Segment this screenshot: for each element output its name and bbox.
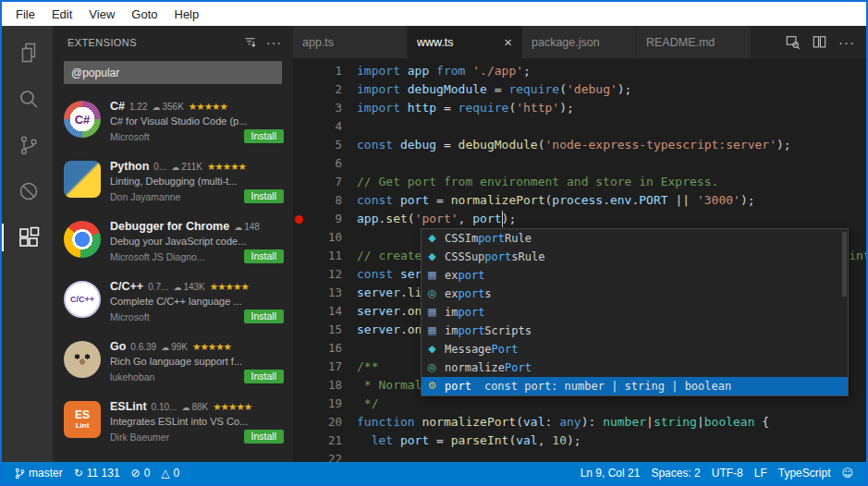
- line-number[interactable]: 5: [305, 136, 342, 154]
- line-number[interactable]: 13: [305, 284, 342, 302]
- install-button[interactable]: Install: [244, 129, 284, 143]
- menu-help[interactable]: Help: [166, 6, 208, 23]
- sidebar-header-actions: ···: [243, 35, 282, 50]
- extensions-search-input[interactable]: [64, 61, 282, 84]
- line-number[interactable]: 17: [305, 358, 342, 376]
- code-text: const port = normalizePort(process.env.P…: [357, 191, 755, 210]
- menu-goto[interactable]: Goto: [123, 6, 165, 23]
- install-button[interactable]: Install: [244, 310, 284, 323]
- status-eol[interactable]: LF: [749, 462, 773, 484]
- suggestion-export[interactable]: ▦export: [422, 266, 848, 285]
- line-number[interactable]: 14: [305, 302, 342, 321]
- line-number[interactable]: 10: [305, 228, 342, 247]
- preview-icon[interactable]: [785, 34, 801, 50]
- code-editor[interactable]: 1import app from './app';2import debugMo…: [293, 58, 866, 462]
- status-git-branch[interactable]: master: [9, 462, 68, 484]
- extension-python[interactable]: Python0...☁211K★★★★★Linting, Debugging (…: [53, 153, 293, 213]
- status-encoding[interactable]: UTF-8: [706, 462, 749, 484]
- suggestion-messageport[interactable]: ◆MessagePort: [422, 340, 848, 358]
- gutter-margin: [293, 117, 305, 136]
- status-sync[interactable]: ↻11 131: [68, 462, 126, 484]
- status-language-mode[interactable]: TypeScript: [773, 462, 837, 484]
- suggestion-port[interactable]: ⚙portconst port: number | string | boole…: [422, 377, 848, 395]
- line-number[interactable]: 4: [305, 117, 342, 136]
- line-number[interactable]: 2: [305, 80, 342, 99]
- explorer-icon[interactable]: [2, 39, 53, 67]
- star-rating: ★★★★★: [207, 161, 246, 172]
- status-cursor-position[interactable]: Ln 9, Col 21: [575, 462, 646, 484]
- extension-c[interactable]: C#C#1.22☁356K★★★★★C# for Visual Studio C…: [53, 93, 293, 153]
- code-text: let port = parseInt(val, 10);: [357, 431, 581, 450]
- extension-go[interactable]: Go0.6.39☁99K★★★★★Rich Go language suppor…: [53, 334, 293, 394]
- tab-app-ts[interactable]: app.ts: [293, 26, 408, 58]
- debug-icon[interactable]: [2, 177, 53, 205]
- tab-readme-md[interactable]: README.md: [637, 26, 752, 58]
- gutter-margin: [293, 247, 305, 265]
- menu-file[interactable]: File: [7, 6, 43, 23]
- more-actions-icon[interactable]: ···: [266, 35, 282, 50]
- menu-view[interactable]: View: [80, 6, 123, 23]
- line-number[interactable]: 16: [305, 339, 342, 358]
- install-button[interactable]: Install: [244, 249, 284, 263]
- suggestion-normalizeport[interactable]: ◎normalizePort: [422, 358, 848, 377]
- line-number[interactable]: 22: [305, 450, 342, 462]
- source-control-icon[interactable]: [2, 131, 53, 159]
- menu-edit[interactable]: Edit: [43, 6, 80, 23]
- chrome-logo-icon: [64, 221, 101, 258]
- download-cloud-icon: ☁: [152, 103, 160, 112]
- extension-description: Debug your JavaScript code...: [110, 236, 284, 247]
- line-number[interactable]: 18: [305, 376, 342, 395]
- line-number[interactable]: 1: [305, 62, 342, 80]
- line-number[interactable]: 20: [305, 413, 342, 431]
- line-number[interactable]: 21: [305, 431, 342, 450]
- tab-www-ts[interactable]: www.ts×: [408, 26, 522, 58]
- class-icon: ◆: [425, 248, 439, 266]
- line-number[interactable]: 8: [305, 191, 342, 210]
- status-warnings[interactable]: △0: [155, 462, 185, 484]
- status-label: UTF-8: [712, 467, 743, 480]
- more-actions-icon[interactable]: ···: [838, 34, 855, 50]
- suggestion-importscripts[interactable]: ▦importScripts: [422, 322, 848, 340]
- text-cursor: [502, 211, 504, 227]
- filter-icon[interactable]: [243, 35, 257, 49]
- extension-publisher: Microsoft: [110, 131, 244, 142]
- suggestion-exports[interactable]: ◎exports: [422, 285, 848, 303]
- code-line: 5const debug = debugModule('node-express…: [293, 136, 866, 154]
- line-number[interactable]: 15: [305, 321, 342, 339]
- line-number[interactable]: 9: [305, 210, 342, 228]
- extension-c-c[interactable]: C/C++C/C++0.7...☁143K★★★★★Complete C/C++…: [53, 273, 293, 334]
- line-number[interactable]: 6: [305, 154, 342, 173]
- status-indentation[interactable]: Spaces: 2: [645, 462, 705, 484]
- tab-package-json[interactable]: package.json: [522, 26, 637, 58]
- status-errors[interactable]: ⊘0: [126, 462, 156, 484]
- breakpoint-dot[interactable]: [293, 210, 305, 228]
- install-button[interactable]: Install: [244, 370, 284, 383]
- tab-label: www.ts: [417, 36, 500, 49]
- suggestion-cssimportrule[interactable]: ◆CSSImportRule: [422, 229, 848, 248]
- status-feedback[interactable]: ☺: [836, 462, 859, 484]
- line-number[interactable]: 11: [305, 247, 342, 265]
- close-tab-icon[interactable]: ×: [504, 34, 512, 50]
- extensions-icon[interactable]: [2, 224, 53, 251]
- suggestion-import[interactable]: ▦import: [422, 303, 848, 322]
- line-number[interactable]: 7: [305, 173, 342, 191]
- extension-debugger-for-chrome[interactable]: Debugger for Chrome☁148Debug your JavaSc…: [53, 213, 293, 273]
- download-count: ☁143K: [173, 282, 204, 292]
- extension-eslint[interactable]: ESLintESLint0.10...☁88K★★★★★Integrates E…: [53, 394, 293, 454]
- line-number[interactable]: 3: [305, 99, 342, 117]
- install-button[interactable]: Install: [244, 430, 284, 443]
- install-button[interactable]: Install: [244, 189, 284, 203]
- activity-bar: [2, 26, 53, 462]
- search-icon[interactable]: [2, 85, 53, 113]
- gutter-margin: [293, 284, 305, 302]
- extensions-sidebar: EXTENSIONS ··· C#C#1.22☁356K★★★★★C# for …: [53, 26, 293, 462]
- line-number[interactable]: 12: [305, 265, 342, 284]
- status-label: TypeScript: [778, 467, 831, 480]
- split-editor-icon[interactable]: [812, 34, 827, 50]
- suggestion-csssupportsrule[interactable]: ◆CSSSupportsRule: [422, 248, 848, 266]
- extension-name: C/C++: [110, 280, 143, 293]
- sidebar-title: EXTENSIONS: [67, 37, 243, 48]
- error-icon: ⊘: [131, 467, 141, 480]
- line-number[interactable]: 19: [305, 395, 342, 413]
- extension-name: C#: [110, 100, 125, 113]
